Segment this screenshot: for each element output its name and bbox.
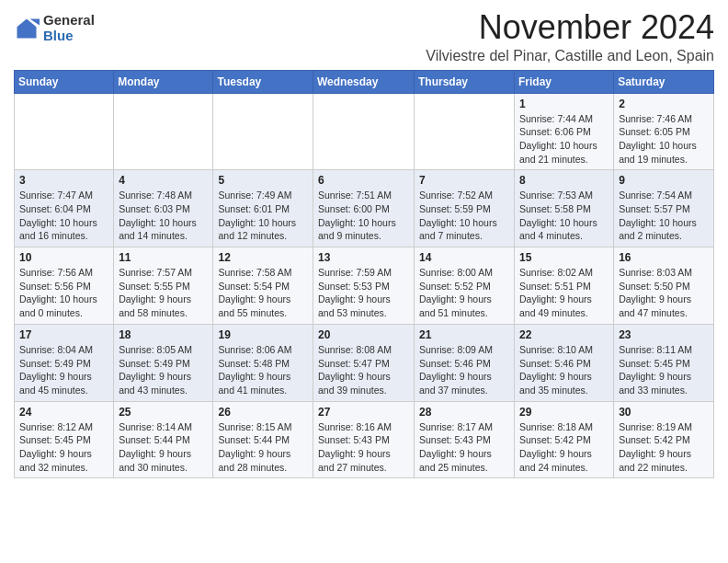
calendar-cell: 6Sunrise: 7:51 AMSunset: 6:00 PMDaylight… — [313, 170, 415, 247]
day-info: Sunrise: 7:58 AMSunset: 5:54 PMDaylight:… — [218, 266, 308, 320]
day-info: Sunrise: 7:56 AMSunset: 5:56 PMDaylight:… — [19, 266, 108, 320]
day-info: Sunrise: 7:48 AMSunset: 6:03 PMDaylight:… — [119, 189, 208, 243]
calendar-cell: 28Sunrise: 8:17 AMSunset: 5:43 PMDayligh… — [415, 401, 515, 478]
calendar-cell: 11Sunrise: 7:57 AMSunset: 5:55 PMDayligh… — [114, 247, 213, 325]
day-number: 1 — [519, 98, 609, 110]
header-friday: Friday — [515, 70, 614, 93]
day-number: 4 — [119, 174, 208, 187]
calendar-cell — [213, 93, 313, 170]
page-header: General Blue November 2024 Vilviestre de… — [14, 9, 714, 64]
calendar-cell: 3Sunrise: 7:47 AMSunset: 6:04 PMDaylight… — [15, 170, 114, 247]
day-info: Sunrise: 8:19 AMSunset: 5:42 PMDaylight:… — [619, 420, 709, 475]
day-info: Sunrise: 8:08 AMSunset: 5:47 PMDaylight:… — [318, 343, 409, 397]
day-number: 18 — [119, 328, 208, 341]
day-number: 25 — [119, 406, 208, 419]
calendar-cell: 29Sunrise: 8:18 AMSunset: 5:42 PMDayligh… — [515, 401, 614, 478]
day-number: 21 — [419, 328, 509, 341]
calendar-cell: 21Sunrise: 8:09 AMSunset: 5:46 PMDayligh… — [415, 324, 515, 401]
calendar-cell — [15, 93, 114, 170]
day-number: 23 — [619, 328, 709, 341]
header-tuesday: Tuesday — [213, 70, 313, 93]
calendar-cell: 1Sunrise: 7:44 AMSunset: 6:06 PMDaylight… — [515, 93, 614, 170]
calendar-cell: 2Sunrise: 7:46 AMSunset: 6:05 PMDaylight… — [614, 93, 714, 170]
day-info: Sunrise: 8:11 AMSunset: 5:45 PMDaylight:… — [619, 343, 709, 397]
day-info: Sunrise: 8:09 AMSunset: 5:46 PMDaylight:… — [419, 343, 509, 397]
calendar-cell: 27Sunrise: 8:16 AMSunset: 5:43 PMDayligh… — [313, 401, 415, 478]
day-number: 12 — [218, 251, 308, 264]
day-info: Sunrise: 8:02 AMSunset: 5:51 PMDaylight:… — [519, 266, 609, 320]
day-info: Sunrise: 7:46 AMSunset: 6:05 PMDaylight:… — [619, 112, 709, 167]
calendar-cell: 25Sunrise: 8:14 AMSunset: 5:44 PMDayligh… — [114, 401, 213, 478]
day-number: 27 — [318, 406, 409, 419]
header-saturday: Saturday — [614, 70, 714, 93]
day-number: 13 — [318, 251, 409, 264]
calendar-table: SundayMondayTuesdayWednesdayThursdayFrid… — [14, 70, 714, 479]
day-info: Sunrise: 8:12 AMSunset: 5:45 PMDaylight:… — [19, 420, 108, 475]
calendar-cell — [415, 93, 515, 170]
day-info: Sunrise: 7:53 AMSunset: 5:58 PMDaylight:… — [519, 189, 609, 243]
calendar-cell: 8Sunrise: 7:53 AMSunset: 5:58 PMDaylight… — [515, 170, 614, 247]
calendar-cell: 16Sunrise: 8:03 AMSunset: 5:50 PMDayligh… — [614, 247, 714, 325]
day-number: 30 — [619, 406, 709, 419]
day-info: Sunrise: 8:00 AMSunset: 5:52 PMDaylight:… — [419, 266, 509, 320]
day-info: Sunrise: 8:18 AMSunset: 5:42 PMDaylight:… — [519, 420, 609, 475]
header-row: SundayMondayTuesdayWednesdayThursdayFrid… — [15, 70, 714, 93]
calendar-cell: 5Sunrise: 7:49 AMSunset: 6:01 PMDaylight… — [213, 170, 313, 247]
day-number: 24 — [19, 406, 108, 419]
day-info: Sunrise: 8:04 AMSunset: 5:49 PMDaylight:… — [19, 343, 108, 397]
day-number: 26 — [218, 406, 308, 419]
header-wednesday: Wednesday — [313, 70, 415, 93]
day-info: Sunrise: 8:14 AMSunset: 5:44 PMDaylight:… — [119, 420, 208, 475]
week-row-3: 17Sunrise: 8:04 AMSunset: 5:49 PMDayligh… — [15, 324, 714, 401]
day-number: 28 — [419, 406, 509, 419]
calendar-cell — [114, 93, 213, 170]
day-info: Sunrise: 8:10 AMSunset: 5:46 PMDaylight:… — [519, 343, 609, 397]
logo-blue-text: Blue — [43, 29, 95, 44]
day-number: 29 — [519, 406, 609, 419]
calendar-cell: 18Sunrise: 8:05 AMSunset: 5:49 PMDayligh… — [114, 324, 213, 401]
calendar-cell: 13Sunrise: 7:59 AMSunset: 5:53 PMDayligh… — [313, 247, 415, 325]
day-number: 3 — [19, 174, 108, 187]
day-info: Sunrise: 7:54 AMSunset: 5:57 PMDaylight:… — [619, 189, 709, 243]
week-row-1: 3Sunrise: 7:47 AMSunset: 6:04 PMDaylight… — [15, 170, 714, 247]
week-row-2: 10Sunrise: 7:56 AMSunset: 5:56 PMDayligh… — [15, 247, 714, 325]
header-thursday: Thursday — [415, 70, 515, 93]
calendar-cell: 23Sunrise: 8:11 AMSunset: 5:45 PMDayligh… — [614, 324, 714, 401]
header-sunday: Sunday — [15, 70, 114, 93]
month-title: November 2024 — [426, 9, 714, 46]
day-info: Sunrise: 7:44 AMSunset: 6:06 PMDaylight:… — [519, 112, 609, 167]
day-info: Sunrise: 7:57 AMSunset: 5:55 PMDaylight:… — [119, 266, 208, 320]
calendar-cell: 14Sunrise: 8:00 AMSunset: 5:52 PMDayligh… — [415, 247, 515, 325]
day-info: Sunrise: 7:51 AMSunset: 6:00 PMDaylight:… — [318, 189, 409, 243]
header-monday: Monday — [114, 70, 213, 93]
calendar-cell — [313, 93, 415, 170]
day-number: 2 — [619, 98, 709, 110]
day-info: Sunrise: 8:06 AMSunset: 5:48 PMDaylight:… — [218, 343, 308, 397]
calendar-cell: 12Sunrise: 7:58 AMSunset: 5:54 PMDayligh… — [213, 247, 313, 325]
calendar-cell: 24Sunrise: 8:12 AMSunset: 5:45 PMDayligh… — [15, 401, 114, 478]
location-title: Vilviestre del Pinar, Castille and Leon,… — [426, 48, 714, 64]
day-info: Sunrise: 8:03 AMSunset: 5:50 PMDaylight:… — [619, 266, 709, 320]
day-number: 16 — [619, 251, 709, 264]
calendar-cell: 22Sunrise: 8:10 AMSunset: 5:46 PMDayligh… — [515, 324, 614, 401]
week-row-0: 1Sunrise: 7:44 AMSunset: 6:06 PMDaylight… — [15, 93, 714, 170]
day-number: 5 — [218, 174, 308, 187]
day-info: Sunrise: 7:52 AMSunset: 5:59 PMDaylight:… — [419, 189, 509, 243]
day-number: 22 — [519, 328, 609, 341]
day-number: 20 — [318, 328, 409, 341]
day-number: 14 — [419, 251, 509, 264]
calendar-cell: 30Sunrise: 8:19 AMSunset: 5:42 PMDayligh… — [614, 401, 714, 478]
calendar-cell: 4Sunrise: 7:48 AMSunset: 6:03 PMDaylight… — [114, 170, 213, 247]
calendar-cell: 7Sunrise: 7:52 AMSunset: 5:59 PMDaylight… — [415, 170, 515, 247]
calendar-cell: 20Sunrise: 8:08 AMSunset: 5:47 PMDayligh… — [313, 324, 415, 401]
day-info: Sunrise: 8:16 AMSunset: 5:43 PMDaylight:… — [318, 420, 409, 475]
title-area: November 2024 Vilviestre del Pinar, Cast… — [426, 9, 714, 64]
calendar-cell: 17Sunrise: 8:04 AMSunset: 5:49 PMDayligh… — [15, 324, 114, 401]
logo-icon — [14, 16, 40, 41]
day-number: 6 — [318, 174, 409, 187]
logo-text: General Blue — [43, 13, 95, 43]
day-info: Sunrise: 7:49 AMSunset: 6:01 PMDaylight:… — [218, 189, 308, 243]
calendar-cell: 10Sunrise: 7:56 AMSunset: 5:56 PMDayligh… — [15, 247, 114, 325]
calendar-cell: 19Sunrise: 8:06 AMSunset: 5:48 PMDayligh… — [213, 324, 313, 401]
logo: General Blue — [14, 13, 95, 43]
